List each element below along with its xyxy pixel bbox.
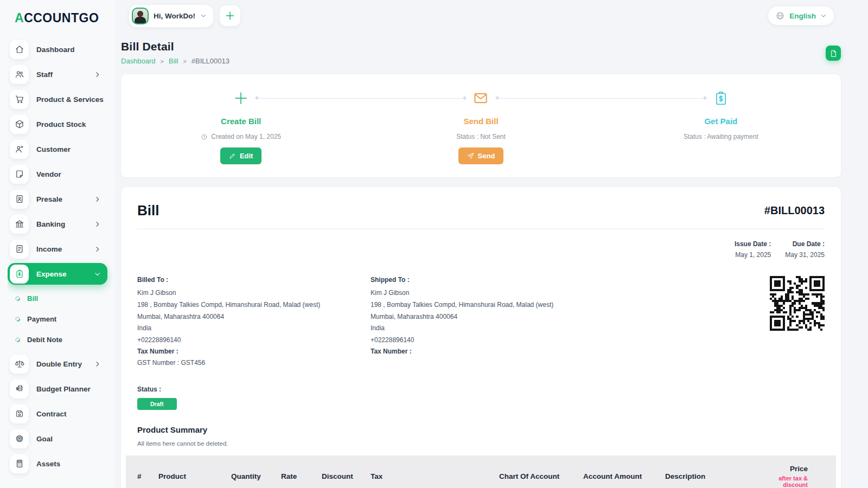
- sidebar-subitem-label: Bill: [27, 294, 38, 303]
- user-menu[interactable]: Hi, WorkDo!: [129, 5, 213, 27]
- breadcrumb-bill[interactable]: Bill: [169, 57, 178, 65]
- sidebar-subitem-payment[interactable]: Payment: [15, 309, 115, 329]
- sidebar-item-staff[interactable]: Staff: [8, 63, 107, 85]
- topbar: Hi, WorkDo! English: [115, 0, 868, 31]
- bank-icon: [10, 215, 29, 234]
- avatar: [132, 8, 149, 24]
- product-summary-title: Product Summary: [137, 425, 825, 434]
- pencil-icon: [229, 152, 236, 159]
- bill-header: Bill #BILL00013: [137, 202, 825, 219]
- language-selector[interactable]: English: [768, 7, 834, 25]
- step-get-paid: Get Paid Status : Awaiting payment: [601, 74, 841, 177]
- qr-code: [770, 276, 825, 331]
- chevron-right-icon: [94, 246, 101, 253]
- step-title: Get Paid: [704, 117, 737, 126]
- partial-icon: [10, 479, 29, 480]
- breadcrumb-separator: >: [161, 58, 164, 65]
- sidebar-item-contract[interactable]: Contract: [8, 403, 107, 425]
- sidebar-item-product-stock[interactable]: Product Stock: [8, 113, 107, 135]
- step-info: Status : Not Sent: [456, 133, 506, 140]
- sidebar-item-expense[interactable]: Expense: [8, 263, 107, 285]
- sidebar-item-label: Customer: [36, 145, 107, 153]
- bill-status-block: Status : Draft: [137, 386, 825, 410]
- step-create-bill: Create Bill Created on May 1, 2025 Edit: [121, 74, 361, 177]
- chevron-right-icon: [94, 221, 101, 228]
- scale-icon: [10, 355, 29, 374]
- step-connector: [496, 98, 706, 99]
- sidebar-item-customer[interactable]: Customer: [8, 138, 107, 160]
- sidebar-subitem-bill[interactable]: Bill: [15, 288, 115, 309]
- sidebar-nav: Dashboard Staff Product & Services Produ…: [8, 35, 115, 480]
- paid-clipboard-icon: [713, 89, 729, 107]
- presale-icon: [10, 190, 29, 209]
- step-title: Send Bill: [463, 117, 498, 126]
- breadcrumb-current: #BILL00013: [192, 57, 229, 65]
- plus-icon: [225, 10, 235, 21]
- bill-detail-card: Bill #BILL00013 Issue Date : May 1, 2025…: [121, 187, 841, 488]
- bill-dates: Issue Date : May 1, 2025 Due Date : May …: [137, 240, 825, 259]
- clock-icon: [201, 133, 208, 140]
- page-header: Bill Detail Dashboard > Bill > #BILL0001…: [121, 40, 841, 65]
- step-title: Create Bill: [221, 117, 261, 126]
- sidebar-item-assets[interactable]: Assets: [8, 453, 107, 474]
- sidebar-subitem-debit-note[interactable]: Debit Note: [15, 329, 115, 350]
- edit-bill-button[interactable]: Edit: [220, 147, 262, 164]
- sidebar-item-income[interactable]: Income: [8, 238, 107, 260]
- sidebar-item-partial[interactable]: [8, 478, 107, 480]
- main-content: Bill Detail Dashboard > Bill > #BILL0001…: [121, 31, 841, 488]
- sidebar-item-banking[interactable]: Banking: [8, 213, 107, 235]
- sidebar-item-dashboard[interactable]: Dashboard: [8, 38, 107, 60]
- sidebar-subitem-label: Payment: [27, 315, 56, 323]
- user-greeting: Hi, WorkDo!: [154, 12, 195, 20]
- app-logo: ACCOUNTGO: [8, 11, 115, 25]
- sidebar-item-label: Budget Planner: [36, 385, 107, 393]
- sidebar-item-product-services[interactable]: Product & Services: [8, 88, 107, 110]
- box-icon: [10, 115, 29, 134]
- calculator-icon: [10, 454, 29, 473]
- sidebar-item-label: Staff: [36, 70, 86, 79]
- bill-addresses: Billed To : Kim J Gibson 198 , Bombay Ta…: [137, 276, 825, 370]
- bill-title: Bill: [137, 202, 159, 219]
- export-document-button[interactable]: [826, 46, 841, 61]
- mail-icon: [473, 89, 489, 107]
- product-table-header: # Product Quantity Rate Discount Tax Cha…: [126, 455, 836, 488]
- due-date: Due Date : May 31, 2025: [785, 240, 825, 259]
- sidebar-item-label: Product & Services: [36, 95, 107, 104]
- clipboard-dollar-icon: [10, 265, 29, 284]
- step-info: Created on May 1, 2025: [201, 133, 281, 140]
- shipped-to-block: Shipped To : Kim J Gibson 198 , Bombay T…: [371, 276, 770, 370]
- bullet-icon: [14, 316, 21, 323]
- step-info: Status : Awaiting payment: [684, 133, 758, 140]
- sidebar-item-goal[interactable]: Goal: [8, 428, 107, 450]
- send-bill-button[interactable]: Send: [458, 147, 504, 164]
- document-icon: [829, 49, 838, 57]
- sidebar-item-vendor[interactable]: Vendor: [8, 163, 107, 185]
- sidebar-item-double-entry[interactable]: Double Entry: [8, 353, 107, 375]
- sidebar-item-budget-planner[interactable]: Budget Planner: [8, 378, 107, 400]
- divider: [137, 229, 825, 229]
- sidebar-subitem-label: Debit Note: [27, 336, 62, 344]
- bullet-icon: [14, 336, 21, 343]
- coins-icon: [10, 380, 29, 399]
- page-title: Bill Detail: [121, 40, 229, 53]
- product-table: # Product Quantity Rate Discount Tax Cha…: [126, 455, 836, 488]
- cart-icon: [10, 90, 29, 109]
- globe-icon: [775, 11, 785, 21]
- chevron-down-icon: [820, 12, 827, 19]
- sidebar-item-presale[interactable]: Presale: [8, 188, 107, 210]
- sidebar: ACCOUNTGO Dashboard Staff Product & Serv…: [0, 0, 115, 488]
- sidebar-item-label: Product Stock: [36, 120, 107, 129]
- chevron-down-icon: [94, 271, 101, 278]
- paper-plane-icon: [467, 152, 474, 159]
- quick-add-button[interactable]: [220, 5, 240, 26]
- floppy-icon: [10, 404, 29, 423]
- product-summary-note: All items here cannot be deleted.: [137, 440, 825, 447]
- price-subtitle: after tax & discount: [768, 475, 808, 488]
- sidebar-item-label: Goal: [36, 435, 107, 443]
- sidebar-item-label: Contract: [36, 410, 107, 418]
- chevron-right-icon: [94, 71, 101, 78]
- breadcrumb-dashboard[interactable]: Dashboard: [121, 57, 156, 65]
- step-connector: [256, 98, 465, 99]
- price-header: Price after tax & discount: [768, 465, 836, 488]
- step-send-bill: Send Bill Status : Not Sent Send: [361, 74, 601, 177]
